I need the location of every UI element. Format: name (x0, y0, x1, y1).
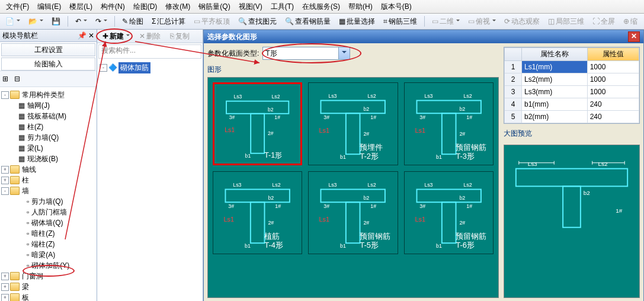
type-combobox[interactable]: T形 (262, 47, 350, 60)
tree-node[interactable]: -常用构件类型 (1, 89, 95, 100)
delete-component-button[interactable]: ✕ 删除 (136, 30, 164, 43)
prop-value[interactable]: 1000 (587, 61, 639, 73)
property-row[interactable]: 3Ls3(mm)1000 (505, 86, 639, 98)
open-button[interactable]: 📂 (25, 15, 46, 27)
menu-edit[interactable]: 编辑(E) (34, 1, 65, 13)
expand-icon[interactable]: - (1, 187, 9, 195)
prop-value[interactable]: 240 (587, 98, 639, 111)
find-elem-button[interactable]: 🔍 查找图元 (235, 15, 280, 28)
prop-value[interactable]: 1000 (587, 86, 639, 98)
2d-button[interactable]: ▭ 二维 (429, 15, 463, 28)
tree-node[interactable]: ▦柱(Z) (1, 121, 95, 132)
menu-tool[interactable]: 工具(T) (267, 1, 297, 13)
property-row[interactable]: 4b1(mm)240 (505, 98, 639, 111)
search-input[interactable]: 搜索构件... (98, 44, 201, 59)
svg-text:Ls3: Ls3 (424, 182, 432, 188)
expand-all-icon[interactable]: ⊞ (2, 75, 11, 83)
svg-text:2#: 2# (364, 220, 370, 226)
menu-online[interactable]: 在线服务(S) (299, 1, 344, 13)
expand-icon[interactable]: - (1, 91, 9, 99)
tree-node[interactable]: ▦现浇板(B) (1, 153, 95, 164)
tree-node[interactable]: ▦筏板基础(M) (1, 111, 95, 121)
tree-node[interactable]: ▫暗柱(Z) (1, 228, 95, 239)
shape-option[interactable]: Ls3Ls2b21#2#3#b1Ls1预留钢筋T-5形 (308, 171, 398, 254)
menu-file[interactable]: 文件(F) (2, 1, 33, 13)
tree-node[interactable]: ▦梁(L) (1, 143, 95, 153)
new-doc-button[interactable]: 📄 (2, 15, 23, 27)
local3d-button[interactable]: ◫ 局部三维 (545, 15, 587, 28)
menu-component[interactable]: 构件(N) (97, 1, 129, 13)
sum-button[interactable]: Σ 汇总计算 (149, 15, 188, 28)
component-list-tree[interactable]: -🔷 砌体加筋 (97, 60, 203, 75)
tree-node[interactable]: ▫暗梁(A) (1, 249, 95, 260)
topview-button[interactable]: ▭ 俯视 (465, 15, 499, 28)
tab-engineering[interactable]: 工程设置 (1, 43, 95, 56)
menu-draw[interactable]: 绘图(D) (130, 1, 161, 13)
tree-node[interactable]: ▫剪力墙(Q) (1, 196, 95, 207)
item-icon: ▦ (18, 112, 25, 120)
copy-component-button[interactable]: ⎘ 复制 (167, 30, 193, 43)
new-component-button[interactable]: ✚ 新建 (100, 30, 133, 43)
tree-node[interactable]: +梁 (1, 281, 95, 292)
tab-draw-input[interactable]: 绘图输入 (1, 57, 95, 71)
dropdown-icon[interactable] (338, 47, 350, 59)
expand-icon[interactable]: + (1, 283, 9, 291)
collapse-icon[interactable]: - (100, 64, 107, 72)
tree-node[interactable]: ▫端柱(Z) (1, 239, 95, 249)
prop-value[interactable]: 240 (587, 111, 639, 123)
dialog-titlebar[interactable]: 选择参数化图形 ✕ (204, 30, 643, 43)
batch-select-button[interactable]: ▦ 批量选择 (336, 15, 378, 28)
tree-node[interactable]: +板 (1, 292, 95, 301)
main-toolbar: 📄 📂 💾 ↶ ↷ ✎ 绘图 Σ 汇总计算 ▭ 平齐板顶 🔍 查找图元 🔍 查看… (0, 14, 644, 30)
tree-node[interactable]: ▦轴网(J) (1, 100, 95, 111)
shape-option[interactable]: Ls3Ls2b21#2#3#b1Ls1植筋T-4形 (213, 171, 302, 254)
property-table[interactable]: 属性名称 属性值 1Ls1(mm)10002Ls2(mm)10003Ls3(mm… (504, 47, 640, 124)
expand-icon[interactable]: + (1, 166, 9, 174)
undo-button[interactable]: ↶ (72, 15, 90, 27)
tree-node[interactable]: +轴线 (1, 164, 95, 175)
svg-rect-36 (251, 202, 265, 243)
tree-node[interactable]: +柱 (1, 175, 95, 185)
close-button[interactable]: ✕ (628, 31, 640, 42)
tree-label: 轴网(J) (26, 101, 51, 111)
shape-option[interactable]: Ls3Ls2b21#2#3#b1Ls1预埋件T-2形 (308, 82, 398, 165)
menu-modify[interactable]: 修改(M) (162, 1, 194, 13)
menu-help[interactable]: 帮助(H) (345, 1, 376, 13)
menu-view[interactable]: 视图(V) (235, 1, 266, 13)
tree-node[interactable]: ▫砌体墙(Q) (1, 217, 95, 228)
property-row[interactable]: 1Ls1(mm)1000 (505, 61, 639, 73)
menu-rebar[interactable]: 钢筋量(Q) (195, 1, 233, 13)
property-row[interactable]: 5b2(mm)240 (505, 111, 639, 123)
draw-button[interactable]: ✎ 绘图 (119, 15, 146, 28)
svg-text:b1: b1 (245, 243, 251, 249)
shape-option[interactable]: Ls3Ls2b21#2#3#b1Ls1预留钢筋T-3形 (404, 82, 494, 165)
zoom-button[interactable]: ⊕ 缩 (620, 15, 640, 28)
expand-icon[interactable]: + (1, 294, 9, 302)
redo-button[interactable]: ↷ (92, 15, 110, 27)
flat-button[interactable]: ▭ 平齐板顶 (191, 15, 233, 28)
svg-rect-12 (346, 113, 360, 154)
svg-text:2#: 2# (268, 130, 274, 136)
tree-node[interactable]: ▫人防门框墙 (1, 207, 95, 217)
menu-floor[interactable]: 楼层(L) (66, 1, 96, 13)
pin-icon[interactable]: 📌 ✕ (78, 31, 94, 40)
anim-button[interactable]: ⟳ 动态观察 (501, 15, 543, 28)
expand-icon[interactable]: + (1, 273, 9, 280)
menu-version[interactable]: 版本号(B) (377, 1, 415, 13)
svg-text:b2: b2 (584, 190, 591, 196)
prop-value[interactable]: 1000 (587, 73, 639, 86)
svg-text:2#: 2# (364, 131, 370, 137)
fullscreen-button[interactable]: ⛶ 全屏 (589, 15, 618, 28)
svg-text:b1: b1 (436, 243, 442, 249)
collapse-all-icon[interactable]: ⊟ (14, 75, 23, 83)
tree-node[interactable]: -墙 (1, 185, 95, 196)
find-rebar-button[interactable]: 🔍 查看钢筋量 (282, 15, 334, 28)
shape-option[interactable]: Ls3Ls2b21#2#3#b1Ls1T-1形 (213, 82, 302, 165)
expand-icon[interactable]: + (1, 177, 9, 184)
save-button[interactable]: 💾 (49, 15, 63, 27)
component-item[interactable]: 砌体加筋 (118, 62, 150, 73)
rebar3d-button[interactable]: ⌗ 钢筋三维 (380, 15, 420, 28)
property-row[interactable]: 2Ls2(mm)1000 (505, 73, 639, 86)
shape-option[interactable]: Ls3Ls2b21#2#3#b1Ls1预留钢筋T-6形 (404, 171, 494, 254)
tree-node[interactable]: ▦剪力墙(Q) (1, 132, 95, 143)
